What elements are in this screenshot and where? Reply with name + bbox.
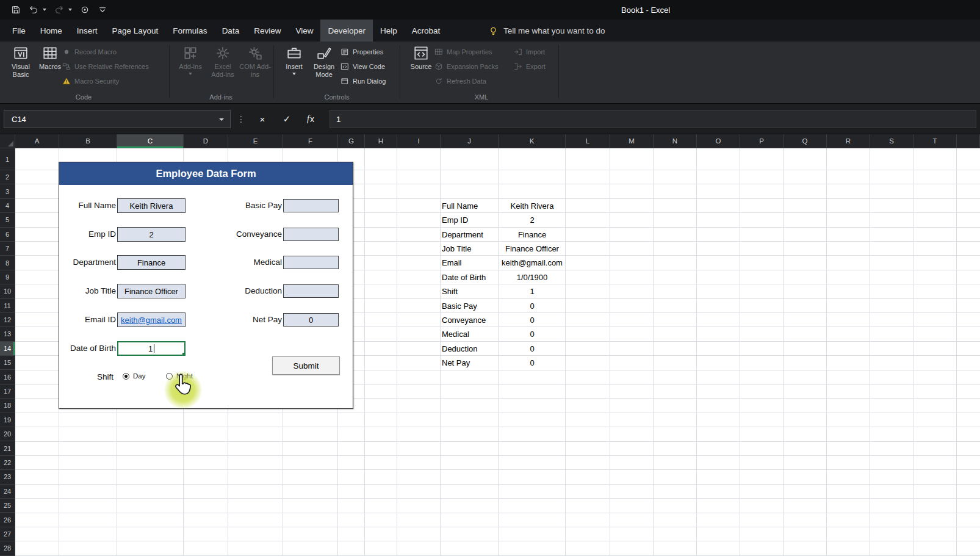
column-header-j[interactable]: J (441, 134, 499, 148)
row-header-17[interactable]: 17 (0, 385, 15, 399)
macros-button[interactable]: Macros (34, 43, 66, 71)
column-header-c[interactable]: C (117, 134, 184, 148)
column-header-a[interactable]: A (15, 134, 59, 148)
row-header-12[interactable]: 12 (0, 313, 15, 327)
formula-input[interactable]: 1 (330, 110, 976, 128)
full-name-input[interactable]: Keith Rivera (117, 198, 186, 213)
row-header-10[interactable]: 10 (0, 284, 15, 298)
radio-day-icon[interactable] (123, 373, 129, 380)
sheet-cell-label[interactable]: Emp ID (442, 213, 468, 227)
sheet-cell-value[interactable]: 0 (499, 356, 566, 370)
shift-option-night[interactable]: Night (166, 372, 193, 380)
sheet-cell-label[interactable]: Deduction (442, 342, 478, 356)
row-header-9[interactable]: 9 (0, 270, 15, 284)
sheet-cell-value[interactable]: 2 (499, 213, 566, 227)
column-header-i[interactable]: I (397, 134, 441, 148)
run-dialog-button[interactable]: Run Dialog (340, 75, 386, 87)
row-header-23[interactable]: 23 (0, 470, 15, 484)
tab-view[interactable]: View (288, 20, 320, 42)
column-header-p[interactable]: P (740, 134, 784, 148)
column-header-t[interactable]: T (913, 134, 957, 148)
row-header-4[interactable]: 4 (0, 199, 15, 213)
deduction-input[interactable] (283, 284, 339, 298)
submit-button[interactable]: Submit (272, 356, 340, 375)
sheet-cell-value[interactable]: 1 (499, 284, 566, 298)
cancel-icon[interactable]: × (253, 110, 272, 128)
enter-icon[interactable]: ✓ (278, 110, 296, 128)
column-header-o[interactable]: O (697, 134, 740, 148)
department-input[interactable]: Finance (117, 255, 186, 270)
column-header-r[interactable]: R (827, 134, 870, 148)
row-header-7[interactable]: 7 (0, 242, 15, 256)
row-header-13[interactable]: 13 (0, 327, 15, 341)
row-header-26[interactable]: 26 (0, 513, 15, 527)
row-header-24[interactable]: 24 (0, 485, 15, 499)
row-header-3[interactable]: 3 (0, 184, 15, 198)
date-of-birth-input[interactable]: 1 (117, 341, 186, 356)
column-header-b[interactable]: B (59, 134, 117, 148)
sheet-cell-value[interactable]: 0 (499, 299, 566, 313)
view-code-button[interactable]: View Code (340, 60, 385, 73)
medical-input[interactable] (283, 256, 339, 269)
row-header-22[interactable]: 22 (0, 456, 15, 470)
column-header-k[interactable]: K (499, 134, 566, 148)
select-all-corner[interactable] (0, 134, 15, 148)
row-header-2[interactable]: 2 (0, 170, 15, 184)
sheet-cell-value[interactable]: 1/0/1900 (499, 270, 566, 284)
source-button[interactable]: Source (405, 43, 437, 71)
row-header-14[interactable]: 14 (0, 342, 15, 356)
sheet-cell-label[interactable]: Job Title (442, 242, 471, 256)
tab-developer[interactable]: Developer (320, 20, 373, 42)
row-header-18[interactable]: 18 (0, 399, 15, 413)
redo-dropdown-icon[interactable] (68, 9, 72, 11)
sheet-cell-label[interactable]: Email (442, 256, 462, 270)
column-header-e[interactable]: E (228, 134, 283, 148)
sheet-cell-value[interactable]: Finance (499, 228, 566, 242)
row-header-27[interactable]: 27 (0, 527, 15, 541)
formula-bar-handle[interactable]: ⋮ (237, 110, 245, 128)
sheet-cell-value[interactable]: 0 (499, 327, 566, 341)
tab-page-layout[interactable]: Page Layout (105, 20, 166, 42)
column-header-h[interactable]: H (365, 134, 397, 148)
sheet-cell-value[interactable]: 0 (499, 313, 566, 327)
column-header-partial[interactable] (957, 134, 980, 148)
tell-me-box[interactable]: Tell me what you want to do (488, 20, 605, 42)
shift-option-day[interactable]: Day (123, 372, 145, 380)
column-header-l[interactable]: L (566, 134, 610, 148)
radio-night-icon[interactable] (166, 373, 173, 380)
sheet-cell-value[interactable]: Keith Rivera (499, 199, 566, 213)
tab-home[interactable]: Home (33, 20, 70, 42)
row-header-21[interactable]: 21 (0, 441, 15, 455)
email-id-input[interactable]: keith@gmail.com (117, 312, 186, 327)
row-header-8[interactable]: 8 (0, 256, 15, 270)
sheet-cell-label[interactable]: Basic Pay (442, 299, 477, 313)
row-header-28[interactable]: 28 (0, 541, 15, 555)
net-pay-input[interactable]: 0 (283, 313, 339, 327)
row-header-6[interactable]: 6 (0, 228, 15, 242)
visual-basic-button[interactable]: Visual Basic (5, 43, 37, 79)
row-header-25[interactable]: 25 (0, 499, 15, 513)
sheet-cell-value[interactable]: 0 (499, 342, 566, 356)
tab-help[interactable]: Help (373, 20, 405, 42)
column-header-n[interactable]: N (654, 134, 697, 148)
properties-button[interactable]: Properties (340, 46, 383, 58)
sheet-cell-label[interactable]: Department (442, 228, 483, 242)
column-header-m[interactable]: M (610, 134, 654, 148)
basic-pay-input[interactable] (283, 199, 339, 212)
sheet-cell-label[interactable]: Medical (442, 327, 469, 341)
insert-function-icon[interactable]: fx (301, 110, 320, 128)
sheet-cell-value[interactable]: Finance Officer (499, 242, 566, 256)
column-header-d[interactable]: D (184, 134, 228, 148)
sheet-cell-label[interactable]: Shift (442, 284, 458, 298)
row-header-20[interactable]: 20 (0, 427, 15, 441)
sheet-cell-value[interactable]: keith@gmail.com (499, 256, 566, 270)
tab-formulas[interactable]: Formulas (165, 20, 214, 42)
column-header-s[interactable]: S (870, 134, 913, 148)
row-header-5[interactable]: 5 (0, 213, 15, 227)
sheet-cell-label[interactable]: Conveyance (442, 313, 486, 327)
tab-file[interactable]: File (5, 20, 33, 42)
job-title-input[interactable]: Finance Officer (117, 284, 186, 298)
row-header-16[interactable]: 16 (0, 370, 15, 384)
sheet-canvas[interactable]: Full NameKeith RiveraEmp ID2DepartmentFi… (15, 148, 980, 556)
row-header-19[interactable]: 19 (0, 413, 15, 427)
